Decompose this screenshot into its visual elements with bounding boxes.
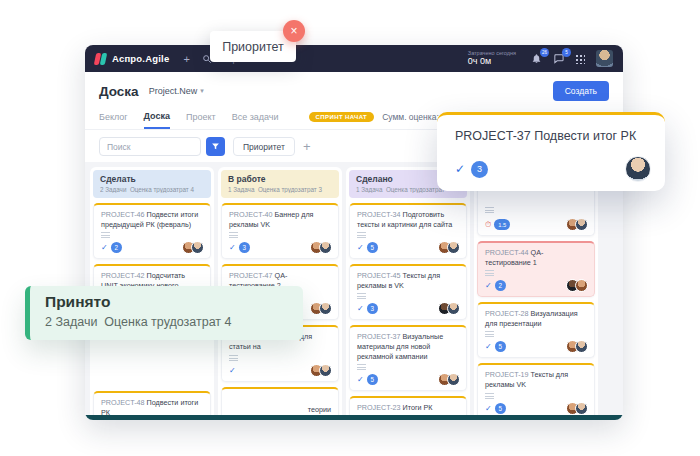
column-title: Сделать	[100, 174, 204, 184]
task-card[interactable]: PROJECT-34 Подготовить тексты и картинки…	[349, 203, 467, 259]
check-icon: ✓	[229, 243, 236, 252]
check-icon: ✓	[229, 366, 236, 375]
avatar	[447, 302, 460, 315]
funnel-icon	[211, 142, 220, 151]
description-icon	[357, 293, 366, 299]
board-selector[interactable]: Project.New ▾	[149, 86, 204, 96]
avatar	[575, 402, 588, 415]
description-icon	[485, 393, 494, 399]
notifications-badge: 26	[540, 48, 549, 57]
task-card[interactable]: PROJECT-19 Тексты для рекламы VK ✓5	[477, 363, 595, 419]
estimate-badge: 2	[111, 242, 122, 253]
avatar	[319, 302, 332, 315]
estimate-badge: 5	[367, 242, 378, 253]
description-icon	[357, 232, 366, 238]
task-id: PROJECT-19	[485, 370, 529, 379]
add-filter-icon[interactable]: +	[303, 139, 311, 154]
task-card[interactable]: PROJECT-40 Баннер для рекламы VK ✓3	[221, 203, 339, 259]
notifications-button[interactable]: 26	[531, 53, 542, 64]
column-subtitle: 1 Задача Оценка трудозатрат 3	[228, 186, 332, 193]
time-tracker: Затрачено сегодня 0ч 0м	[468, 50, 516, 67]
task-card[interactable]: PROJECT-37 Визуальные материалы для ново…	[349, 325, 467, 391]
estimate-badge: 3	[239, 242, 250, 253]
column-subtitle: 2 Задачи Оценка трудозатрат 4	[100, 186, 204, 193]
tab-all-tasks[interactable]: Все задачи	[232, 108, 279, 128]
description-icon	[485, 207, 494, 213]
column-title: В работе	[228, 174, 332, 184]
apps-grid-icon[interactable]	[575, 54, 585, 64]
task-id: PROJECT-34	[357, 210, 401, 219]
chevron-down-icon: ▾	[200, 87, 204, 95]
sprint-status-badge: СПРИНТ НАЧАТ	[309, 112, 375, 122]
avatar	[447, 373, 460, 386]
tab-backlog[interactable]: Беклог	[99, 108, 128, 128]
estimate-badge: 5	[367, 374, 378, 385]
avatar	[625, 156, 651, 182]
estimate-badge: 5	[495, 403, 506, 414]
task-popup-card[interactable]: PROJECT-37 Подвести итог РК ✓ 3	[437, 112, 665, 191]
avatar	[447, 241, 460, 254]
task-card[interactable]: PROJECT-46 Подвести итоги предыдущей РК …	[93, 203, 211, 259]
task-card[interactable]: ⏱1.5	[477, 186, 595, 236]
check-icon: ✓	[485, 281, 492, 290]
avatar	[191, 241, 204, 254]
accepted-subtitle: 2 Задачи Оценка трудозатрат 4	[45, 315, 303, 329]
task-card[interactable]: PROJECT-28 Визуализация для презентации …	[477, 302, 595, 358]
task-id: PROJECT-46	[101, 210, 145, 219]
app-header: Аспро.Agile + Спринт Затрачено сегодня 0…	[85, 45, 623, 72]
app-logo-text: Аспро.Agile	[112, 53, 169, 64]
time-spent-value: 0ч 0м	[468, 56, 516, 66]
task-id: PROJECT-37	[357, 332, 401, 341]
check-icon: ✓	[357, 304, 364, 313]
overdue-clock-icon: ⏱	[485, 221, 491, 229]
column-done: Сделано 1 Задача Оценка трудозатрат PROJ…	[346, 167, 470, 420]
user-avatar[interactable]	[596, 50, 613, 67]
check-icon: ✓	[357, 243, 364, 252]
avatar	[575, 340, 588, 353]
estimate-badge: 3	[367, 303, 378, 314]
accepted-column-callout: Принято 2 Задачи Оценка трудозатрат 4	[25, 286, 303, 340]
avatar	[575, 218, 588, 231]
task-id: PROJECT-47	[229, 271, 273, 280]
description-icon	[485, 331, 494, 337]
window-bottom-strip	[85, 415, 623, 420]
filter-button[interactable]	[206, 137, 225, 156]
app-window: Аспро.Agile + Спринт Затрачено сегодня 0…	[85, 45, 623, 420]
check-icon: ✓	[357, 375, 364, 384]
app-logo-icon	[95, 53, 107, 65]
description-icon	[101, 232, 110, 238]
create-button[interactable]: Создать	[553, 81, 609, 101]
quick-add-icon[interactable]: +	[183, 53, 189, 65]
board-header: Доска Project.New ▾ Создать	[85, 72, 623, 103]
check-icon: ✓	[101, 243, 108, 252]
task-id: PROJECT-48	[101, 398, 145, 407]
description-icon	[229, 355, 238, 361]
avatar	[319, 241, 332, 254]
check-icon: ✓	[485, 342, 492, 351]
search-input[interactable]	[99, 137, 201, 156]
check-icon: ✓	[455, 162, 465, 176]
task-card[interactable]: PROJECT-44 QA-тестирование 1 ✓2	[477, 241, 595, 297]
tab-project[interactable]: Проект	[186, 108, 216, 128]
description-icon	[485, 270, 494, 276]
estimate-badge: 5	[495, 341, 506, 352]
avatar	[319, 364, 332, 377]
avatar	[575, 279, 588, 292]
tab-board[interactable]: Доска	[144, 107, 170, 129]
priority-filter-chip[interactable]: Приоритет	[233, 137, 295, 156]
estimate-badge: 3	[471, 161, 488, 178]
task-card[interactable]: PROJECT-45 Тексты для рекламы в VK ✓3	[349, 264, 467, 320]
description-icon	[229, 232, 238, 238]
board-name: Project.New	[149, 86, 198, 96]
messages-badge: 5	[562, 48, 571, 57]
page-title: Доска	[99, 84, 139, 99]
messages-button[interactable]: 5	[553, 53, 564, 64]
task-popup-title: PROJECT-37 Подвести итог РК	[455, 129, 647, 143]
check-icon: ✓	[485, 404, 492, 413]
task-title: теории	[308, 405, 331, 414]
priority-tooltip: Приоритет ×	[210, 31, 296, 62]
close-icon[interactable]: ×	[283, 20, 305, 42]
column-header: В работе 1 Задача Оценка трудозатрат 3	[221, 170, 339, 198]
task-id: PROJECT-45	[357, 271, 401, 280]
task-id: PROJECT-23	[357, 403, 401, 412]
